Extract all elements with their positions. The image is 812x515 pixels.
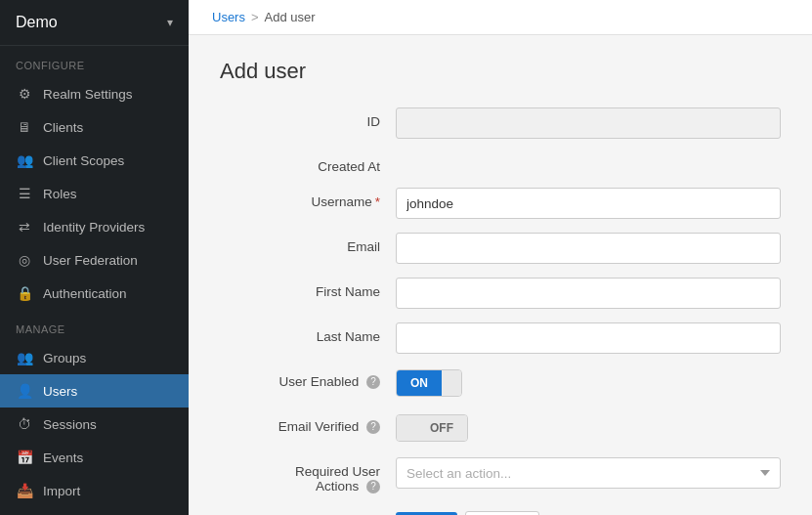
realm-selector[interactable]: Demo ▾ [0, 0, 189, 46]
username-input[interactable] [396, 188, 781, 219]
buttons-spacer [220, 507, 396, 514]
required-actions-label: Required UserActions ? [220, 457, 396, 494]
first-name-row: First Name [220, 278, 781, 309]
sidebar-item-realm-settings[interactable]: ⚙ Realm Settings [0, 77, 189, 110]
sidebar-item-authentication[interactable]: 🔒 Authentication [0, 277, 189, 310]
first-name-control [396, 278, 781, 309]
groups-icon: 👥 [16, 350, 33, 365]
roles-icon: ☰ [16, 186, 33, 201]
sidebar-item-identity-providers[interactable]: ⇄ Identity Providers [0, 210, 189, 243]
sidebar-item-events[interactable]: 📅 Events [0, 441, 189, 474]
sidebar-item-label: Sessions [43, 417, 97, 432]
email-verified-label: Email Verified ? [220, 412, 396, 434]
sidebar-item-label: Import [43, 484, 80, 498]
username-row: Username* [220, 188, 781, 219]
username-control [396, 188, 781, 219]
required-actions-help-icon[interactable]: ? [366, 480, 380, 494]
email-verified-toggle-switch[interactable]: OFF [396, 414, 468, 442]
email-verified-row: Email Verified ? OFF [220, 412, 781, 444]
realm-settings-icon: ⚙ [16, 86, 33, 102]
required-actions-select[interactable]: Select an action... Verify Email Update … [396, 457, 781, 489]
id-input[interactable] [396, 107, 781, 139]
sidebar: Demo ▾ Configure ⚙ Realm Settings 🖥 Clie… [0, 0, 189, 515]
user-enabled-toggle-switch[interactable]: ON [396, 369, 462, 397]
username-label: Username* [220, 188, 396, 209]
last-name-input[interactable] [396, 322, 781, 354]
manage-section-label: Manage [0, 310, 189, 341]
user-enabled-help-icon[interactable]: ? [366, 375, 380, 389]
sidebar-item-label: Realm Settings [43, 87, 133, 102]
realm-name: Demo [16, 14, 58, 31]
sidebar-item-roles[interactable]: ☰ Roles [0, 177, 189, 210]
chevron-down-icon: ▾ [167, 16, 173, 29]
user-enabled-label: User Enabled ? [220, 367, 396, 389]
breadcrumb-separator: > [251, 10, 259, 24]
user-enabled-control: ON [396, 367, 781, 399]
sidebar-item-label: Roles [43, 187, 77, 201]
sidebar-item-clients[interactable]: 🖥 Clients [0, 110, 189, 144]
user-federation-icon: ◎ [16, 252, 33, 268]
content-area: Add user ID Created At Username* Email [189, 35, 812, 515]
required-actions-row: Required UserActions ? Select an action.… [220, 457, 781, 494]
sidebar-item-sessions[interactable]: ⏱ Sessions [0, 408, 189, 441]
email-label: Email [220, 233, 396, 254]
last-name-control [396, 322, 781, 354]
toggle-off-button[interactable] [442, 370, 461, 396]
created-at-row: Created At [220, 152, 781, 174]
users-icon: 👤 [16, 383, 33, 399]
sessions-icon: ⏱ [16, 416, 33, 432]
sidebar-item-users[interactable]: 👤 Users [0, 374, 189, 408]
id-control [396, 107, 781, 139]
id-row: ID [220, 107, 781, 139]
id-label: ID [220, 107, 396, 129]
toggle-off-active-button[interactable]: OFF [416, 415, 467, 441]
user-enabled-row: User Enabled ? ON [220, 367, 781, 399]
client-scopes-icon: 👥 [16, 152, 33, 168]
sidebar-item-user-federation[interactable]: ◎ User Federation [0, 243, 189, 277]
email-verified-control: OFF [396, 412, 781, 444]
sidebar-item-groups[interactable]: 👥 Groups [0, 341, 189, 374]
first-name-input[interactable] [396, 278, 781, 309]
sidebar-item-label: Clients [43, 120, 83, 135]
user-enabled-toggle: ON [396, 367, 781, 399]
sidebar-item-import[interactable]: 📥 Import [0, 474, 189, 507]
last-name-row: Last Name [220, 322, 781, 354]
main-content: Users > Add user Add user ID Created At … [189, 0, 812, 515]
buttons-control: Save Cancel [396, 507, 781, 515]
created-at-label: Created At [220, 152, 396, 174]
cancel-button[interactable]: Cancel [465, 511, 539, 515]
email-row: Email [220, 233, 781, 264]
configure-section-label: Configure [0, 46, 189, 77]
authentication-icon: 🔒 [16, 285, 33, 301]
email-control [396, 233, 781, 264]
required-marker: * [375, 194, 380, 209]
required-actions-control: Select an action... Verify Email Update … [396, 457, 781, 489]
email-verified-toggle: OFF [396, 412, 781, 444]
clients-icon: 🖥 [16, 119, 33, 135]
toggle-on-inactive-button[interactable] [397, 415, 416, 441]
email-input[interactable] [396, 233, 781, 264]
sidebar-item-client-scopes[interactable]: 👥 Client Scopes [0, 144, 189, 177]
sidebar-item-label: Identity Providers [43, 220, 145, 235]
breadcrumb: Users > Add user [189, 0, 812, 35]
import-icon: 📥 [16, 483, 33, 498]
toggle-on-button[interactable]: ON [397, 370, 442, 396]
identity-providers-icon: ⇄ [16, 219, 33, 235]
events-icon: 📅 [16, 450, 33, 465]
page-title: Add user [220, 59, 781, 84]
breadcrumb-current: Add user [265, 10, 316, 24]
form-buttons-row: Save Cancel [220, 507, 781, 515]
action-buttons: Save Cancel [396, 507, 781, 515]
sidebar-item-label: Groups [43, 351, 86, 365]
breadcrumb-users-link[interactable]: Users [212, 10, 245, 24]
sidebar-item-label: Client Scopes [43, 153, 124, 168]
sidebar-item-label: Events [43, 451, 83, 465]
first-name-label: First Name [220, 278, 396, 299]
sidebar-item-label: Users [43, 384, 77, 399]
sidebar-item-label: User Federation [43, 253, 138, 268]
sidebar-item-label: Authentication [43, 286, 127, 301]
email-verified-help-icon[interactable]: ? [366, 420, 380, 434]
last-name-label: Last Name [220, 322, 396, 344]
